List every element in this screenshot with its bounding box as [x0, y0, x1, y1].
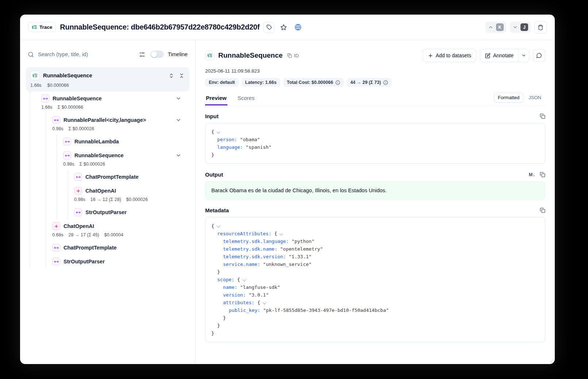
collapse-node-chevron-icon[interactable]: [176, 117, 181, 123]
copy-id-button[interactable]: ID: [287, 53, 299, 58]
tree-node-row-chatprompttemplate[interactable]: ChatPromptTemplate: [74, 170, 189, 184]
annotate-label: Annotate: [493, 53, 514, 58]
tree-node-row-stroutputparser[interactable]: StrOutputParser: [52, 255, 189, 268]
copy-output-button[interactable]: [540, 172, 545, 177]
input-json-viewer: {person: "obama"language: "spanish"}: [205, 123, 545, 164]
nav-next-trace[interactable]: J: [510, 22, 531, 33]
tab-scores[interactable]: Scores: [237, 94, 255, 105]
node-name: StrOutputParser: [85, 209, 127, 215]
collapse-json-icon[interactable]: [216, 130, 220, 134]
add-to-datasets-button[interactable]: Add to datasets: [423, 49, 476, 62]
code-line: resourceAttributes: {: [211, 230, 539, 237]
tree-search-row: Timeline: [20, 48, 195, 61]
chevron-down-icon: [521, 53, 526, 58]
code-line: }: [211, 151, 539, 159]
expand-all-button[interactable]: [169, 73, 174, 78]
tree-node-row-runnablesequence[interactable]: RunnableSequence: [63, 148, 189, 162]
tree-node-row-stroutputparser[interactable]: StrOutputParser: [74, 205, 189, 219]
comments-button[interactable]: [533, 49, 545, 62]
chevrons-up-down-icon: [169, 73, 174, 78]
node-children: RunnableLambdaRunnableSequence0.98sΣ $0.…: [57, 135, 189, 219]
span-type-icon: [74, 208, 82, 216]
tree-node-row-chatprompttemplate[interactable]: ChatPromptTemplate: [52, 241, 189, 255]
chevron-down-icon: [512, 24, 518, 30]
keycap-j: J: [520, 23, 528, 31]
copy-metadata-button[interactable]: [540, 208, 545, 213]
format-option-json[interactable]: JSON: [524, 93, 545, 103]
code-line: telemetry.sdk.name: "opentelemetry": [211, 245, 539, 253]
info-icon: [383, 80, 388, 85]
observation-type-icon-box: [205, 51, 215, 60]
chevrons-down-up-icon: [179, 73, 184, 78]
toggle-knob: [151, 51, 157, 57]
collapse-node-chevron-icon[interactable]: [176, 152, 181, 158]
delete-trace-button[interactable]: [534, 21, 547, 34]
code-line: name: "langfuse-sdk": [211, 283, 539, 291]
node-name: RunnableSequence: [74, 152, 124, 158]
tag-button[interactable]: [264, 22, 274, 33]
list-tree-icon: [207, 53, 212, 58]
tag-icon: [266, 24, 272, 30]
tab-preview[interactable]: Preview: [205, 94, 227, 105]
tree-node-stroutputparser: StrOutputParser: [52, 255, 189, 268]
search-input[interactable]: [38, 51, 134, 57]
root-node-name: RunnableSequence: [43, 73, 165, 78]
trace-detail-panel: RunnableSequence ID Add to datasets Anno…: [196, 40, 555, 364]
copy-icon: [540, 172, 545, 177]
code-line: }: [211, 314, 539, 322]
collapse-json-icon[interactable]: [280, 232, 283, 235]
node-metrics: 0.68s28 → 17 (Σ 45)$0.00004: [52, 232, 189, 241]
tree-node-row-chatopenai[interactable]: ChatOpenAI: [74, 184, 189, 198]
code-line: {: [211, 128, 539, 136]
code-line: }: [211, 329, 539, 337]
code-line: {: [211, 222, 539, 230]
input-section-title: Input: [205, 113, 219, 119]
collapse-json-icon[interactable]: [262, 301, 266, 304]
trace-timestamp: 2025-06-11 11:09:58.823: [205, 68, 545, 74]
node-metrics: 0.98sΣ $0.000026: [52, 126, 189, 135]
timeline-label: Timeline: [168, 51, 188, 57]
annotate-button[interactable]: Annotate: [480, 49, 518, 62]
timeline-toggle[interactable]: [150, 51, 164, 58]
tree-node-chatprompttemplate: ChatPromptTemplate: [74, 170, 189, 184]
collapse-json-icon[interactable]: [216, 224, 220, 228]
metadata-section-title: Metadata: [205, 207, 229, 213]
markdown-toggle-button[interactable]: M↓: [529, 172, 535, 177]
collapse-node-chevron-icon[interactable]: [176, 96, 181, 101]
public-share-button[interactable]: [293, 22, 303, 32]
bookmark-star-button[interactable]: [278, 22, 289, 32]
collapse-json-icon[interactable]: [242, 278, 246, 281]
metadata-json-viewer: {resourceAttributes: {telemetry.sdk.lang…: [205, 217, 545, 342]
copy-icon: [287, 53, 292, 58]
add-to-datasets-label: Add to datasets: [436, 53, 471, 58]
span-type-icon: [41, 94, 49, 103]
collapse-all-button[interactable]: [179, 73, 184, 78]
trace-title: RunnableSequence: dbe646b2b67957d22e8780…: [60, 23, 260, 31]
node-name: ChatPromptTemplate: [64, 245, 117, 251]
tree-node-row-runnableparallel-city-language[interactable]: RunnableParallel<city,language>: [52, 113, 189, 127]
tree-node-row-runnablesequence[interactable]: RunnableSequence: [41, 92, 189, 105]
star-icon: [280, 24, 287, 31]
nav-previous-trace[interactable]: K: [485, 22, 506, 33]
tree-node-stroutputparser: StrOutputParser: [74, 205, 189, 219]
generation-type-icon: [52, 222, 60, 230]
annotate-dropdown-button[interactable]: [518, 49, 529, 62]
node-name: RunnableParallel<city,language>: [64, 117, 146, 123]
search-icon: [28, 51, 34, 58]
tree-node-row-chatopenai[interactable]: ChatOpenAI: [52, 219, 189, 233]
copy-icon: [540, 208, 545, 213]
node-name: RunnableSequence: [53, 96, 102, 101]
tree-root-item[interactable]: RunnableSequence 1.66s$0.000066: [26, 67, 189, 92]
copy-input-button[interactable]: [540, 113, 545, 119]
code-line: }: [211, 268, 539, 276]
tree-node-row-runnablelambda[interactable]: RunnableLambda: [63, 135, 189, 148]
node-metrics: 0.98s16 → 12 (Σ 28)$0.000026: [74, 197, 189, 205]
code-line: service.name: "unknown_service": [211, 260, 539, 268]
tree-node-chatopenai: ChatOpenAI0.98s16 → 12 (Σ 28)$0.000026: [74, 184, 189, 205]
format-option-formatted[interactable]: Formatted: [494, 93, 523, 103]
metric-badge: Env: default: [205, 78, 239, 87]
filter-button[interactable]: [138, 50, 146, 58]
chevron-up-icon: [488, 24, 493, 30]
tree-node-runnablelambda: RunnableLambda: [63, 135, 189, 148]
node-name: StrOutputParser: [64, 259, 105, 264]
